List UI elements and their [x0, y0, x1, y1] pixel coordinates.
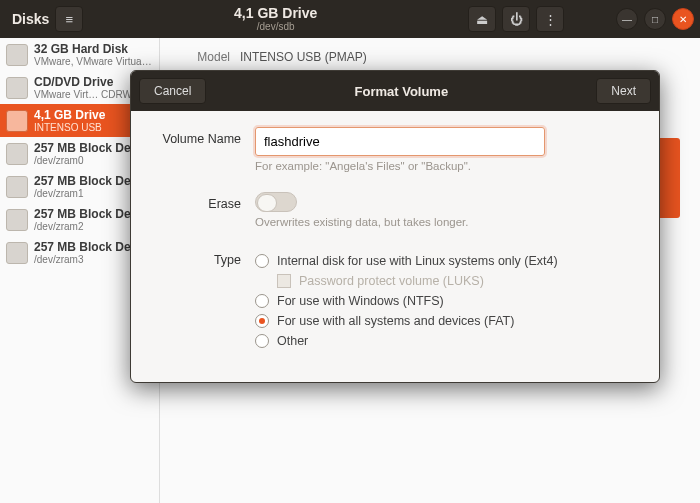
radio-icon [255, 254, 269, 268]
cancel-button[interactable]: Cancel [139, 78, 206, 104]
erase-label: Erase [145, 192, 255, 211]
luks-checkbox-row: Password protect volume (LUKS) [277, 274, 645, 288]
volume-name-hint: For example: "Angela's Files" or "Backup… [255, 160, 645, 172]
radio-icon-checked [255, 314, 269, 328]
format-volume-dialog: Cancel Format Volume Next Volume Name Fo… [130, 70, 660, 383]
volume-name-label: Volume Name [145, 127, 255, 146]
radio-icon [255, 294, 269, 308]
type-option-ntfs[interactable]: For use with Windows (NTFS) [255, 294, 645, 308]
volume-name-input[interactable] [255, 127, 545, 156]
type-option-fat[interactable]: For use with all systems and devices (FA… [255, 314, 645, 328]
type-option-label: Internal disk for use with Linux systems… [277, 254, 558, 268]
type-option-other[interactable]: Other [255, 334, 645, 348]
type-option-label: Other [277, 334, 308, 348]
radio-icon [255, 334, 269, 348]
dialog-title: Format Volume [206, 84, 596, 99]
type-label: Type [145, 248, 255, 267]
type-option-ext4[interactable]: Internal disk for use with Linux systems… [255, 254, 645, 268]
erase-hint: Overwrites existing data, but takes long… [255, 216, 645, 228]
next-button[interactable]: Next [596, 78, 651, 104]
type-option-label: For use with all systems and devices (FA… [277, 314, 514, 328]
modal-overlay: Cancel Format Volume Next Volume Name Fo… [0, 0, 700, 503]
checkbox-icon [277, 274, 291, 288]
erase-switch[interactable] [255, 192, 297, 212]
luks-label: Password protect volume (LUKS) [299, 274, 484, 288]
type-option-label: For use with Windows (NTFS) [277, 294, 444, 308]
